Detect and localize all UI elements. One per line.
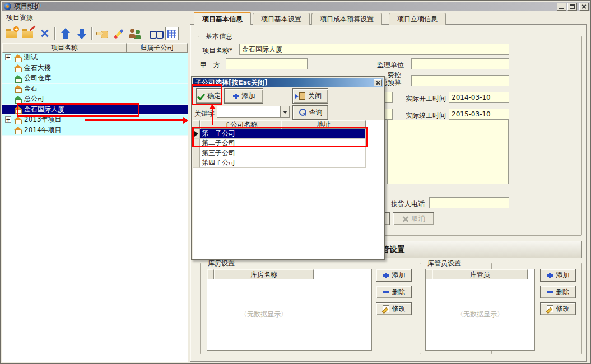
tree-column-headers: 项目名称 归属子公司 <box>2 43 188 53</box>
actual-start-input[interactable] <box>449 92 509 103</box>
subsidiary-name: 第一子公司 <box>200 129 281 139</box>
search-icon[interactable] <box>149 27 162 40</box>
keeper-action-button[interactable]: 添加 <box>540 269 576 282</box>
tree-item[interactable]: + 金石 <box>2 84 188 95</box>
query-button[interactable]: 查询 <box>292 105 328 120</box>
close-button[interactable] <box>579 3 589 11</box>
edit-folder-icon[interactable] <box>22 27 35 40</box>
grid-name-header[interactable]: 子公司名称 <box>200 120 281 129</box>
subsidiary-rows: 第一子公司 第二子公司 第三子公司 第四子公司 <box>193 129 384 168</box>
tree-item[interactable]: + 公司仓库 <box>2 73 188 84</box>
button-label: 修改 <box>392 304 406 314</box>
project-tree: + 测试 + 金石大楼 + 公司仓库 + 金石 + 总公司 + <box>2 53 188 362</box>
tab[interactable]: 项目成本预算设置 <box>311 13 382 25</box>
column-header-company[interactable]: 归属子公司 <box>127 43 188 53</box>
house-icon <box>14 75 22 82</box>
dialog-close-button[interactable] <box>374 79 382 86</box>
ok-button[interactable]: 确定 <box>196 88 222 104</box>
button-label: 删除 <box>392 287 406 297</box>
select-icon[interactable] <box>96 27 109 40</box>
tree-item-label: 2014年项目 <box>24 125 62 135</box>
dialog-title-bar: 子公司选择[按Esc关闭] <box>193 78 383 87</box>
add-button[interactable]: 添加 <box>224 88 263 104</box>
subsidiary-row[interactable]: 第三子公司 <box>193 148 384 158</box>
tree-item[interactable]: + 2013年项目 <box>2 115 188 125</box>
minimize-button[interactable] <box>557 3 566 11</box>
tab-strip: 项目基本信息 项目基本设置 项目成本预算设置 项目立项信息 <box>194 12 446 25</box>
subsidiary-grid: 子公司名称 地址 第一子公司 第二子公司 第三子公司 <box>193 120 384 259</box>
separator[interactable] <box>145 27 146 40</box>
row-arrow-icon <box>194 131 198 137</box>
minus-icon <box>547 289 553 296</box>
supervisor-input[interactable] <box>411 58 509 69</box>
separator[interactable] <box>91 27 93 40</box>
keyword-combobox[interactable] <box>217 106 290 118</box>
button-label: 修改 <box>556 304 570 314</box>
tab-label: 项目基本设置 <box>261 15 301 24</box>
keyword-label: 关键字 <box>194 109 215 119</box>
subsidiary-grid-header: 子公司名称 地址 <box>193 120 384 129</box>
move-up-icon[interactable] <box>59 27 72 40</box>
subsidiary-row[interactable]: 第二子公司 <box>193 139 384 149</box>
plus-icon <box>383 272 389 279</box>
minimize-icon <box>559 8 564 9</box>
dialog-close-action-button[interactable]: 关闭 <box>292 88 328 104</box>
warehouse-empty-text: 〈无数据显示〉 <box>222 310 306 319</box>
report-icon[interactable] <box>165 27 179 40</box>
row-indicator <box>193 158 200 169</box>
tab-label: 项目基本信息 <box>202 15 243 24</box>
expand-icon[interactable]: + <box>5 54 11 60</box>
keeper-action-button[interactable]: 修改 <box>540 302 576 315</box>
keeper-action-button[interactable]: 删除 <box>540 286 576 298</box>
tree-item[interactable]: + 金石大楼 <box>2 63 188 74</box>
receiver-phone-label: 接货人电话 <box>391 199 425 209</box>
party-a-label: 甲 方 <box>200 60 220 70</box>
new-folder-icon[interactable] <box>6 27 19 40</box>
subsidiary-row[interactable]: 第四子公司 <box>193 158 384 169</box>
tab[interactable]: 项目基本信息 <box>194 12 251 25</box>
tab[interactable]: 项目基本设置 <box>253 13 310 25</box>
move-down-icon[interactable] <box>75 27 89 40</box>
tree-item[interactable]: + 金石国际大厦 <box>2 105 188 115</box>
modify-icon[interactable] <box>112 27 125 40</box>
column-header-project-name[interactable]: 项目名称 <box>2 43 127 53</box>
add-button-label: 添加 <box>242 91 255 101</box>
party-a-input[interactable] <box>226 58 308 69</box>
maximize-button[interactable] <box>567 3 577 11</box>
subsidiary-row[interactable]: 第一子公司 <box>193 129 384 139</box>
warehouse-action-button[interactable]: 删除 <box>376 286 412 298</box>
tab[interactable]: 项目立项信息 <box>389 13 446 25</box>
keyword-value <box>217 106 222 117</box>
subsidiary-dialog: 子公司选择[按Esc关闭] 确定 添加 关闭 关键字 查询 子公司名称 <box>191 76 385 260</box>
delete-icon[interactable] <box>38 27 52 40</box>
tree-item[interactable]: + 2014年项目 <box>2 125 188 136</box>
tree-item-label: 金石大楼 <box>24 63 51 73</box>
expand-icon[interactable]: + <box>5 116 11 123</box>
warehouse-column-header[interactable]: 库房名称 <box>214 269 314 279</box>
edit-icon <box>547 305 553 312</box>
plus-icon <box>547 272 553 279</box>
tree-item[interactable]: + 测试 <box>2 53 188 63</box>
notes-textarea[interactable] <box>387 120 509 184</box>
subsidiary-address <box>281 148 366 158</box>
warehouse-indicator-header <box>207 269 214 279</box>
receiver-phone-input[interactable] <box>429 197 509 208</box>
chevron-down-icon[interactable] <box>280 106 289 117</box>
close-button-label: 关闭 <box>308 91 322 101</box>
budget-input[interactable] <box>411 75 509 86</box>
project-name-input[interactable] <box>239 44 509 55</box>
warehouse-group-label: 库房设置 <box>206 259 237 268</box>
cancel-button[interactable]: 取消 <box>393 212 434 225</box>
house-icon <box>14 116 22 123</box>
supervisor-label: 监理单位 <box>377 60 404 70</box>
users-icon[interactable] <box>128 27 142 40</box>
separator[interactable] <box>54 27 56 40</box>
keeper-column-header[interactable]: 库管员 <box>432 269 528 279</box>
subsidiary-address <box>281 158 366 169</box>
warehouse-action-button[interactable]: 添加 <box>376 269 412 282</box>
sidebar-header-label: 项目资源 <box>6 13 33 22</box>
grid-address-header[interactable]: 地址 <box>281 120 366 129</box>
tree-item[interactable]: + 总公司 <box>2 94 188 105</box>
warehouse-action-button[interactable]: 修改 <box>376 302 412 315</box>
actual-end-input[interactable] <box>449 109 509 120</box>
